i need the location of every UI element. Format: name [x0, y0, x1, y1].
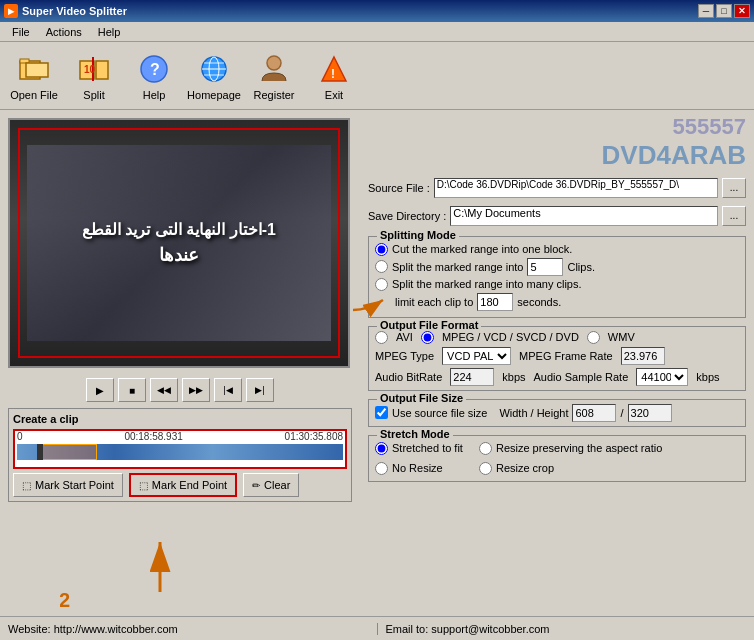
- clear-button[interactable]: ✏ Clear: [243, 473, 299, 497]
- format-mpeg-label: MPEG / VCD / SVCD / DVD: [442, 331, 579, 343]
- mark-end-icon: ⬚: [139, 480, 148, 491]
- help-button[interactable]: ? Help: [128, 49, 180, 103]
- play-button[interactable]: ▶: [86, 378, 114, 402]
- exit-button[interactable]: ! Exit: [308, 49, 360, 103]
- register-button[interactable]: Register: [248, 49, 300, 103]
- audio-bitrate-input: [450, 368, 494, 386]
- source-file-row: Source File : D:\Code 36.DVDRip\Code 36.…: [368, 178, 746, 198]
- branding: 555557 DVD4ARAB: [368, 114, 746, 172]
- format-wmv-label: WMV: [608, 331, 635, 343]
- stretch-option4-label: Resize crop: [496, 462, 554, 474]
- next-frame-button[interactable]: ▶▶: [182, 378, 210, 402]
- audio-row: Audio BitRate kbps Audio Sample Rate 441…: [375, 368, 739, 386]
- stretch-option3-radio[interactable]: [479, 442, 492, 455]
- stretch-option2-row: No Resize: [375, 462, 463, 475]
- split-option3-row: Split the marked range into many clips.: [375, 278, 739, 291]
- open-file-icon: [16, 51, 52, 87]
- go-start-button[interactable]: |◀: [214, 378, 242, 402]
- menu-help[interactable]: Help: [90, 24, 129, 40]
- split-option3-label: Split the marked range into many clips.: [392, 278, 582, 290]
- svg-rect-2: [26, 63, 48, 77]
- stretch-option2-radio[interactable]: [375, 462, 388, 475]
- split-option2-radio[interactable]: [375, 260, 388, 273]
- clear-icon: ✏: [252, 480, 260, 491]
- split-button[interactable]: 10 Split: [68, 49, 120, 103]
- limit-input[interactable]: [477, 293, 513, 311]
- split-option2-row: Split the marked range into 5 Clips.: [375, 258, 739, 276]
- format-avi-label: AVI: [396, 331, 413, 343]
- mark-end-button[interactable]: ⬚ Mark End Point: [129, 473, 237, 497]
- limit-suffix: seconds.: [517, 296, 561, 308]
- audio-bitrate-unit: kbps: [502, 371, 525, 383]
- stretch-option3-row: Resize preserving the aspect ratio: [479, 442, 662, 455]
- timeline-times: 0 00:18:58.931 01:30:35.808: [15, 432, 345, 442]
- exit-icon: !: [316, 51, 352, 87]
- format-wmv-radio[interactable]: [587, 331, 600, 344]
- save-input[interactable]: C:\My Documents: [450, 206, 718, 226]
- stretch-option4-radio[interactable]: [479, 462, 492, 475]
- stop-button[interactable]: ■: [118, 378, 146, 402]
- stretch-option3-label: Resize preserving the aspect ratio: [496, 442, 662, 454]
- register-icon: [256, 51, 292, 87]
- output-format-title: Output File Format: [377, 319, 481, 331]
- menu-file[interactable]: File: [4, 24, 38, 40]
- open-file-label: Open File: [10, 89, 58, 101]
- split-option1-label: Cut the marked range into one block.: [392, 243, 572, 255]
- save-label: Save Directory :: [368, 210, 446, 222]
- width-input: [572, 404, 616, 422]
- source-label: Source File :: [368, 182, 430, 194]
- save-browse-button[interactable]: ...: [722, 206, 746, 226]
- timeline-handle[interactable]: [37, 444, 43, 460]
- split-option1-row: Cut the marked range into one block.: [375, 243, 739, 256]
- minimize-button[interactable]: ─: [698, 4, 714, 18]
- left-panel: 1-اختار النهاية التى تريد القطع عندها ▶ …: [0, 110, 360, 616]
- mark-start-icon: ⬚: [22, 480, 31, 491]
- app-icon: ▶: [4, 4, 18, 18]
- video-text-line2: عندها: [159, 242, 199, 269]
- source-input[interactable]: D:\Code 36.DVDRip\Code 36.DVDRip_BY_5555…: [434, 178, 718, 198]
- help-icon: ?: [136, 51, 172, 87]
- stretch-option2-label: No Resize: [392, 462, 443, 474]
- split-clips-input[interactable]: 5: [527, 258, 563, 276]
- source-browse-button[interactable]: ...: [722, 178, 746, 198]
- exit-label: Exit: [325, 89, 343, 101]
- timeline[interactable]: 0 00:18:58.931 01:30:35.808: [13, 429, 347, 469]
- timeline-end: 01:30:35.808: [285, 432, 343, 442]
- format-mpeg-radio[interactable]: [421, 331, 434, 344]
- toolbar: Open File 10 Split ? Help: [0, 42, 754, 110]
- use-source-checkbox[interactable]: [375, 406, 388, 419]
- homepage-button[interactable]: Homepage: [188, 49, 240, 103]
- split-option3-radio[interactable]: [375, 278, 388, 291]
- timeline-track[interactable]: [17, 444, 343, 460]
- window-title: Super Video Splitter: [22, 5, 127, 17]
- prev-frame-button[interactable]: ◀◀: [150, 378, 178, 402]
- svg-text:!: !: [331, 67, 335, 81]
- format-avi-radio[interactable]: [375, 331, 388, 344]
- format-radio-row: AVI MPEG / VCD / SVCD / DVD WMV: [375, 331, 739, 344]
- timeline-start: 0: [17, 432, 23, 442]
- right-panel: 555557 DVD4ARAB Source File : D:\Code 36…: [360, 110, 754, 616]
- maximize-button[interactable]: □: [716, 4, 732, 18]
- go-end-button[interactable]: ▶|: [246, 378, 274, 402]
- mark-start-button[interactable]: ⬚ Mark Start Point: [13, 473, 123, 497]
- homepage-label: Homepage: [187, 89, 241, 101]
- audio-bitrate-label: Audio BitRate: [375, 371, 442, 383]
- app-window: ▶ Super Video Splitter ─ □ ✕ File Action…: [0, 0, 754, 640]
- close-button[interactable]: ✕: [734, 4, 750, 18]
- title-bar: ▶ Super Video Splitter ─ □ ✕: [0, 0, 754, 22]
- clip-label: Create a clip: [13, 413, 347, 425]
- stretch-mode-title: Stretch Mode: [377, 428, 453, 440]
- limit-prefix: limit each clip to: [395, 296, 473, 308]
- audio-sample-label: Audio Sample Rate: [534, 371, 629, 383]
- stretch-option4-row: Resize crop: [479, 462, 662, 475]
- status-left: Website: http://www.witcobber.com: [0, 623, 378, 635]
- stretch-option1-radio[interactable]: [375, 442, 388, 455]
- mpeg-type-select[interactable]: VCD PAL: [442, 347, 511, 365]
- limit-row: limit each clip to seconds.: [375, 293, 739, 311]
- open-file-button[interactable]: Open File: [8, 49, 60, 103]
- split-option1-radio[interactable]: [375, 243, 388, 256]
- height-input: [628, 404, 672, 422]
- menu-actions[interactable]: Actions: [38, 24, 90, 40]
- timeline-selection: [37, 444, 97, 460]
- audio-sample-select[interactable]: 44100: [636, 368, 688, 386]
